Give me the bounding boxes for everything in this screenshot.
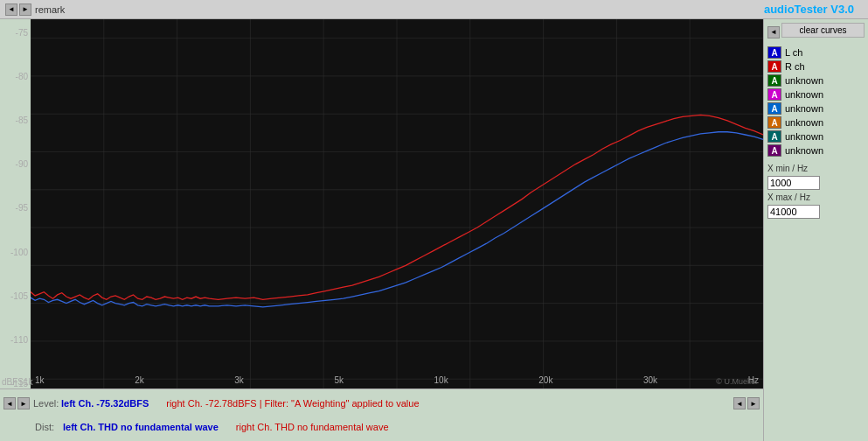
x-max-input[interactable] [767, 205, 820, 219]
x-label-10k: 10k [434, 375, 448, 385]
l-ch-label: L ch [785, 47, 802, 58]
unknown2-icon: A [767, 88, 781, 101]
bottom-nav-1: ◄ ► [3, 397, 30, 410]
remark-label: remark [35, 4, 65, 15]
chart-wrapper: -75 -80 -85 -90 -95 -100 -105 -110 -115 … [0, 19, 763, 441]
unknown1-icon: A [767, 74, 781, 87]
y-label-80: -80 [0, 72, 31, 81]
unknown3-icon: A [767, 102, 781, 115]
legend-unknown4: A unknown [767, 116, 865, 129]
bottom-nav-2: ◄ ► [733, 397, 760, 410]
dbfs-label: dBFS1k [2, 377, 33, 387]
y-label-110: -110 [0, 335, 31, 345]
x-label-30k: 30k [643, 375, 657, 385]
clear-curves-button[interactable]: clear curves [781, 23, 865, 38]
unknown4-label: unknown [785, 117, 823, 128]
bottom-nav-back-btn[interactable]: ◄ [3, 397, 16, 410]
y-label-100: -100 [0, 248, 31, 257]
l-ch-icon: A [767, 46, 781, 59]
y-label-85: -85 [0, 116, 31, 125]
x-range-section: X min / Hz X max / Hz [767, 164, 865, 219]
legend-unknown1: A unknown [767, 74, 865, 87]
r-ch-icon: A [767, 60, 781, 73]
unknown5-icon: A [767, 130, 781, 143]
x-min-input[interactable] [767, 176, 820, 190]
legend-unknown3: A unknown [767, 102, 865, 115]
bottom-row-2: Dist: left Ch. THD no fundamental wave r… [3, 416, 760, 438]
y-label-95: -95 [0, 203, 31, 213]
bottom-nav-fwd-btn[interactable]: ► [17, 397, 30, 410]
bottom-row-1: ◄ ► Level: left Ch. -75.32dBFS right Ch.… [3, 391, 760, 416]
dist-label: Dist: [35, 422, 63, 432]
unknown2-label: unknown [785, 89, 823, 100]
title-bar: ◄ ► remark audioTester V3.0 [0, 0, 868, 19]
legend-unknown6: A unknown [767, 144, 865, 157]
unknown3-label: unknown [785, 103, 823, 114]
unknown6-label: unknown [785, 145, 823, 156]
left-level-value: left Ch. -75.32dBFS [61, 398, 149, 409]
unknown5-label: unknown [785, 131, 823, 142]
app-title: audioTester V3.0 [764, 3, 854, 16]
right-dist-value: right Ch. THD no fundamental wave [236, 422, 389, 432]
clear-curves-row: ◄ clear curves [767, 23, 865, 41]
unknown6-icon: A [767, 144, 781, 157]
chart-svg [31, 19, 763, 388]
sidebar: ◄ clear curves A L ch A R ch A unknown A… [763, 19, 868, 441]
legend-r-ch: A R ch [767, 60, 865, 73]
title-bar-nav: ◄ ► [5, 4, 31, 16]
legend-unknown2: A unknown [767, 88, 865, 101]
copyright-label: © U.Mueller [716, 377, 758, 386]
title-bar-left: ◄ ► remark [5, 4, 764, 16]
legend-unknown5: A unknown [767, 130, 865, 143]
bottom-bar: ◄ ► Level: left Ch. -75.32dBFS right Ch.… [0, 388, 763, 441]
r-ch-label: R ch [785, 61, 805, 72]
x-label-3k: 3k [234, 375, 244, 385]
x-axis-labels: 1k 2k 3k 5k 10k 20k 30k Hz [31, 374, 763, 387]
main-area: -75 -80 -85 -90 -95 -100 -105 -110 -115 … [0, 19, 868, 441]
x-label-1k: 1k [35, 375, 45, 385]
left-dist-value: left Ch. THD no fundamental wave [63, 422, 219, 432]
clear-nav-btn[interactable]: ◄ [767, 26, 780, 38]
right-level-value: right Ch. -72.78dBFS | Filter: "A Weight… [166, 398, 419, 409]
unknown4-icon: A [767, 116, 781, 129]
y-label-105: -105 [0, 291, 31, 301]
x-label-5k: 5k [334, 375, 344, 385]
nav-forward-button[interactable]: ► [19, 4, 31, 16]
chart-canvas [31, 19, 763, 388]
nav-back-button[interactable]: ◄ [5, 4, 17, 16]
x-label-2k: 2k [135, 375, 144, 385]
x-min-label: X min / Hz [767, 164, 865, 173]
bottom-nav-back-btn2[interactable]: ◄ [733, 397, 746, 410]
y-label-75: -75 [0, 28, 31, 38]
legend-l-ch: A L ch [767, 46, 865, 59]
level-label: Level: [33, 398, 61, 409]
y-label-90: -90 [0, 159, 31, 169]
bottom-nav-fwd-btn2[interactable]: ► [747, 397, 760, 410]
x-label-20k: 20k [538, 375, 552, 385]
x-max-label: X max / Hz [767, 192, 865, 202]
unknown1-label: unknown [785, 75, 823, 86]
